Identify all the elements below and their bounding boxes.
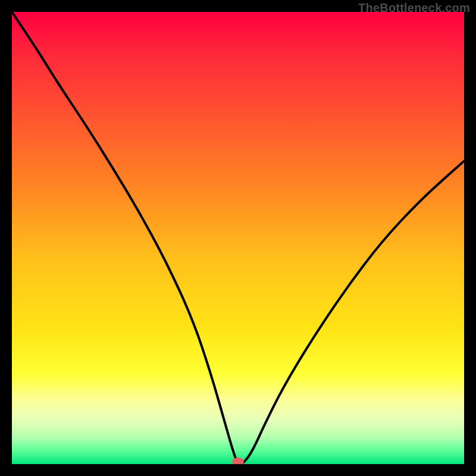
bottleneck-chart (12, 12, 464, 464)
plot-area (12, 12, 464, 464)
gradient-background (12, 12, 464, 464)
watermark-text: TheBottleneck.com (358, 1, 470, 15)
chart-frame: TheBottleneck.com (0, 0, 476, 476)
